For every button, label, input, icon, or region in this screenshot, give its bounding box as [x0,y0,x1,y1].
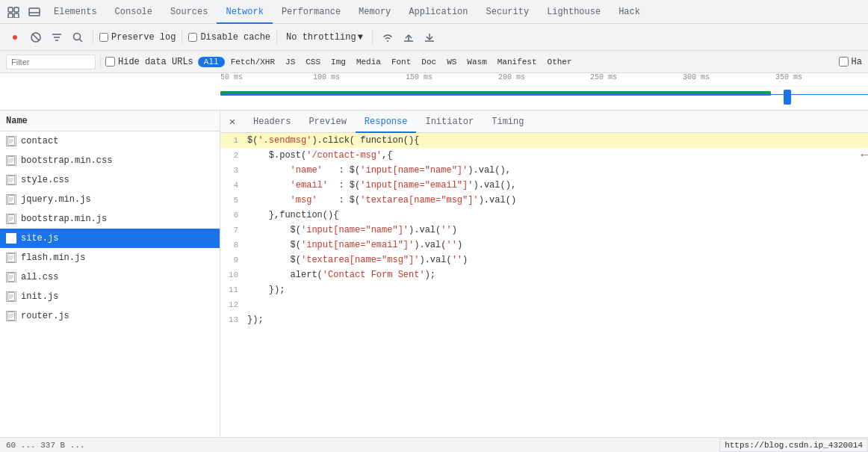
preserve-log-label[interactable]: Preserve log [99,32,176,43]
url-tooltip: https://blog.csdn.ip_4320014 [719,439,868,452]
ha-label[interactable]: Ha [839,57,862,67]
filter-pill-font[interactable]: Font [387,57,415,67]
tab-hack[interactable]: Hack [610,0,649,24]
search-icon[interactable] [69,28,87,46]
filter-pill-all[interactable]: All [198,57,225,67]
timeline-label-2: 150 ms [406,73,433,81]
file-item-jquery-min-js[interactable]: jquery.min.js [0,190,220,209]
filter-pill-fetch/xhr[interactable]: Fetch/XHR [226,57,279,67]
file-type-icon [6,291,16,302]
preserve-log-checkbox[interactable] [99,33,108,42]
line-number: 12 [220,297,244,312]
tab-lighthouse[interactable]: Lighthouse [538,0,610,24]
filter-pill-img[interactable]: Img [326,57,350,67]
code-line-13: 13}); [220,312,868,327]
filter-icon[interactable] [48,28,66,46]
file-item-init-js[interactable]: init.js [0,287,220,306]
toolbar-separator-2 [182,30,182,45]
tab-memory[interactable]: Memory [350,0,400,24]
file-type-icon [6,194,16,205]
timeline-label-3: 200 ms [498,73,525,81]
file-item-style-css[interactable]: style.css [0,170,220,190]
sub-tab-preview[interactable]: Preview [300,111,355,133]
tab-application[interactable]: Application [400,0,477,24]
filter-pill-ws[interactable]: WS [442,57,461,67]
svg-rect-3 [14,13,19,18]
filter-pill-wasm[interactable]: Wasm [462,57,491,67]
tab-security[interactable]: Security [477,0,539,24]
disable-cache-checkbox[interactable] [188,33,197,42]
dock-icon[interactable] [24,1,45,22]
file-item-contact[interactable]: contact [0,131,220,151]
file-type-icon [6,136,16,146]
file-name-label: flash.min.js [21,253,85,263]
upload-icon[interactable] [400,28,418,46]
disable-cache-label[interactable]: Disable cache [188,32,270,43]
code-line-7: 7 $('input[name="name"]').val('') [220,223,868,238]
close-panel-button[interactable]: ✕ [223,113,241,131]
file-item-bootstrap-min-css[interactable]: bootstrap.min.css [0,151,220,170]
svg-rect-4 [29,8,40,16]
filter-pill-media[interactable]: Media [352,57,385,67]
line-content: $('.sendmsg').click( function(){ [244,133,868,148]
file-type-icon [6,311,16,321]
line-number: 8 [220,238,244,253]
throttle-dropdown[interactable]: No throttling ▼ [283,31,366,44]
filter-pill-other[interactable]: Other [543,57,577,67]
line-content: $.post('/contact-msg',{ [244,148,855,163]
red-arrow-icon: ← [861,148,868,163]
line-content: $('textarea[name="msg"]').val('') [244,253,868,267]
file-name-label: bootstrap.min.css [21,155,112,166]
sub-tab-timing[interactable]: Timing [483,111,533,133]
download-icon[interactable] [421,28,438,46]
record-button[interactable]: ● [6,28,24,46]
filter-pill-css[interactable]: CSS [301,57,325,67]
tab-network[interactable]: Network [217,0,272,24]
svg-rect-1 [14,7,19,12]
line-content: }); [244,282,868,297]
line-number: 5 [220,193,244,208]
code-line-1: 1$('.sendmsg').click( function(){ [220,133,868,148]
line-number: 9 [220,253,244,267]
code-line-3: 3 'name' : $('input[name="name"]').val()… [220,163,868,178]
line-number: 3 [220,163,244,178]
stop-button[interactable] [27,28,45,46]
line-content: 'email' : $('input[name="email"]').val()… [244,178,868,193]
hide-data-urls-checkbox[interactable] [105,57,115,66]
timeline-label-0: 50 ms [220,73,243,81]
ha-checkbox[interactable] [839,57,849,66]
sub-tab-initiator[interactable]: Initiator [416,111,483,133]
line-number: 7 [220,223,244,238]
code-line-10: 10 alert('Contact Form Sent'); [220,267,868,282]
toolbar-separator-3 [276,30,277,45]
file-item-bootstrap-min-js[interactable]: bootstrap.min.js [0,209,220,229]
devtools-menu-icon[interactable] [3,1,24,22]
file-item-flash-min-js[interactable]: flash.min.js [0,248,220,267]
filter-input[interactable] [6,55,96,69]
tab-sources[interactable]: Sources [161,0,217,24]
filter-pill-doc[interactable]: Doc [417,57,441,67]
file-type-icon [6,272,16,282]
sub-tab-headers[interactable]: Headers [244,111,300,133]
svg-line-12 [80,39,83,42]
sub-tab-response[interactable]: Response [356,111,417,133]
filter-pill-manifest[interactable]: Manifest [493,57,542,67]
timeline-label-6: 350 ms [775,73,802,81]
wifi-icon[interactable] [379,28,397,46]
toolbar-separator-4 [372,30,373,45]
file-item-site-js[interactable]: site.js [0,229,220,248]
line-number: 11 [220,282,244,297]
tab-performance[interactable]: Performance [273,0,350,24]
line-number: 10 [220,267,244,282]
code-line-9: 9 $('textarea[name="msg"]').val('') [220,253,868,267]
file-item-router-js[interactable]: router.js [0,306,220,326]
code-line-8: 8 $('input[name="email"]').val('') [220,238,868,253]
tab-elements[interactable]: Elements [45,0,106,24]
file-type-icon [6,175,16,185]
svg-line-7 [33,34,39,40]
file-item-all-css[interactable]: all.css [0,267,220,287]
tab-console[interactable]: Console [106,0,161,24]
filter-pill-js[interactable]: JS [281,57,300,67]
line-content: }); [244,312,868,327]
hide-data-urls-label[interactable]: Hide data URLs [105,57,193,67]
